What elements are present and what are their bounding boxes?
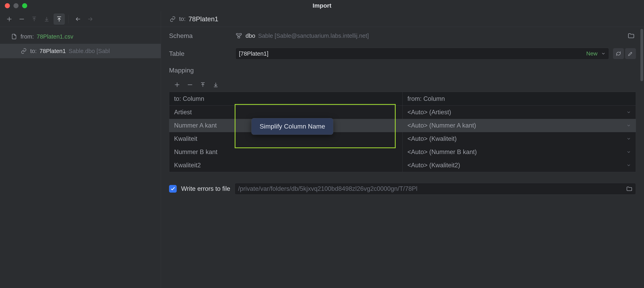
zoom-window-button[interactable] bbox=[22, 3, 27, 8]
schema-value[interactable]: dbo Sable [Sable@sanctuarium.labs.intell… bbox=[236, 32, 622, 39]
tree-to-label: to: bbox=[30, 48, 37, 54]
sidebar-toolbar bbox=[0, 11, 161, 27]
mapping-section: Mapping bbox=[169, 67, 636, 172]
tree-target-name: 78Platen1 bbox=[40, 48, 66, 54]
tree-source-filename: 78Platen1.csv bbox=[37, 33, 73, 40]
link-icon bbox=[169, 15, 176, 23]
link-icon bbox=[20, 47, 27, 55]
mapping-from-text: <Auto> (Artiest) bbox=[408, 109, 451, 116]
errors-path-field[interactable]: /private/var/folders/db/5kjxvq2100bd8498… bbox=[235, 183, 636, 195]
move-up-button[interactable] bbox=[28, 13, 40, 25]
mapping-from-cell[interactable]: <Auto> (Nummer A kant) bbox=[403, 119, 636, 132]
mapping-label: Mapping bbox=[169, 67, 232, 74]
remove-button[interactable] bbox=[16, 13, 27, 25]
move-down-button[interactable] bbox=[41, 13, 52, 25]
write-errors-checkbox[interactable] bbox=[169, 185, 177, 193]
vertical-scrollbar[interactable] bbox=[640, 29, 643, 81]
col-header-from[interactable]: from: Column bbox=[403, 92, 636, 105]
schema-row: Schema dbo Sable [Sable@sanctuarium.labs… bbox=[169, 31, 636, 41]
mapping-toolbar bbox=[169, 78, 636, 92]
table-row: Table [78Platen1] New bbox=[169, 48, 636, 59]
content-header: to: 78Platen1 bbox=[161, 11, 644, 27]
mapping-add-button[interactable] bbox=[172, 80, 182, 90]
chevron-down-icon bbox=[626, 110, 631, 115]
svg-rect-1 bbox=[240, 33, 242, 35]
file-icon bbox=[10, 33, 18, 40]
mapping-from-text: <Auto> (Kwaliteit2) bbox=[408, 162, 460, 169]
schema-connection: Sable [Sable@sanctuarium.labs.intellij.n… bbox=[258, 32, 369, 39]
mapping-from-text: <Auto> (Kwaliteit) bbox=[408, 135, 457, 143]
svg-rect-0 bbox=[236, 33, 238, 35]
mapping-from-text: <Auto> (Nummer B kant) bbox=[408, 148, 477, 156]
mapping-to-cell[interactable]: Nummer B kant bbox=[169, 145, 403, 159]
chevron-down-icon bbox=[626, 163, 631, 167]
header-target-name: 78Platen1 bbox=[188, 15, 218, 23]
col-header-to[interactable]: to: Column bbox=[169, 92, 403, 105]
mapping-move-down-button[interactable] bbox=[211, 80, 220, 90]
window-title: Import bbox=[312, 2, 331, 9]
mapping-row[interactable]: Nummer B kant <Auto> (Nummer B kant) bbox=[169, 145, 636, 159]
tree-target-suffix: Sable.dbo [Sabl bbox=[69, 48, 110, 54]
folder-icon[interactable] bbox=[626, 186, 632, 192]
mapping-row[interactable]: Kwaliteit <Auto> (Kwaliteit) bbox=[169, 132, 636, 145]
context-menu[interactable]: Simplify Column Name bbox=[251, 118, 333, 135]
table-actions bbox=[613, 48, 636, 59]
mapping-remove-button[interactable] bbox=[185, 80, 195, 90]
table-field[interactable]: [78Platen1] New bbox=[236, 48, 609, 59]
mapping-to-cell[interactable]: Kwaliteit2 bbox=[169, 159, 403, 172]
schema-icon bbox=[236, 32, 243, 39]
tree-from-label: from: bbox=[20, 33, 34, 40]
chevron-down-icon bbox=[626, 123, 631, 128]
import-button[interactable] bbox=[54, 13, 65, 25]
titlebar: Import bbox=[0, 0, 644, 11]
mapping-from-cell[interactable]: <Auto> (Kwaliteit) bbox=[403, 132, 636, 145]
context-menu-item[interactable]: Simplify Column Name bbox=[260, 123, 325, 130]
table-label: Table bbox=[169, 50, 232, 57]
mapping-from-cell[interactable]: <Auto> (Artiest) bbox=[403, 106, 636, 119]
header-to-label: to: bbox=[179, 16, 186, 22]
content-pane: to: 78Platen1 Schema dbo Sable [Sable@sa… bbox=[161, 11, 644, 288]
chevron-down-icon bbox=[626, 150, 631, 154]
back-button[interactable] bbox=[72, 13, 84, 25]
refresh-ddl-button[interactable] bbox=[613, 48, 624, 59]
tree-source-file[interactable]: from: 78Platen1.csv bbox=[0, 29, 161, 44]
separator bbox=[68, 15, 69, 23]
mapping-row[interactable]: Kwaliteit2 <Auto> (Kwaliteit2) bbox=[169, 159, 636, 172]
errors-path-text: /private/var/folders/db/5kjxvq2100bd8498… bbox=[238, 185, 624, 192]
table-name: [78Platen1] bbox=[239, 50, 584, 57]
write-errors-row: Write errors to file /private/var/folder… bbox=[169, 179, 636, 195]
source-tree: from: 78Platen1.csv to: 78Platen1 Sable.… bbox=[0, 27, 161, 288]
schema-dbo: dbo bbox=[246, 32, 255, 39]
minimize-window-button[interactable] bbox=[14, 3, 18, 8]
mapping-move-up-button[interactable] bbox=[198, 80, 208, 90]
edit-ddl-button[interactable] bbox=[625, 48, 636, 59]
new-badge: New bbox=[586, 50, 598, 57]
mapping-from-cell[interactable]: <Auto> (Kwaliteit2) bbox=[403, 159, 636, 172]
mapping-from-cell[interactable]: <Auto> (Nummer B kant) bbox=[403, 145, 636, 159]
mapping-from-text: <Auto> (Nummer A kant) bbox=[408, 122, 476, 129]
window-controls bbox=[5, 3, 27, 8]
sidebar: from: 78Platen1.csv to: 78Platen1 Sable.… bbox=[0, 11, 161, 288]
chevron-down-icon bbox=[626, 137, 631, 141]
chevron-down-icon bbox=[601, 51, 606, 56]
add-button[interactable] bbox=[4, 13, 15, 25]
close-window-button[interactable] bbox=[5, 3, 10, 8]
tree-target-table[interactable]: to: 78Platen1 Sable.dbo [Sabl bbox=[0, 44, 161, 58]
schema-label: Schema bbox=[169, 32, 232, 40]
mapping-table: to: Column from: Column Artiest <Auto> (… bbox=[169, 92, 636, 172]
mapping-table-header: to: Column from: Column bbox=[169, 92, 636, 106]
mapping-row[interactable]: Nummer A kant <Auto> (Nummer A kant) bbox=[169, 119, 636, 132]
browse-schema-button[interactable] bbox=[626, 31, 636, 41]
forward-button[interactable] bbox=[85, 13, 96, 25]
write-errors-label: Write errors to file bbox=[181, 185, 230, 192]
svg-rect-2 bbox=[238, 36, 240, 38]
mapping-row[interactable]: Artiest <Auto> (Artiest) bbox=[169, 106, 636, 119]
mapping-to-cell[interactable]: Artiest bbox=[169, 106, 403, 119]
